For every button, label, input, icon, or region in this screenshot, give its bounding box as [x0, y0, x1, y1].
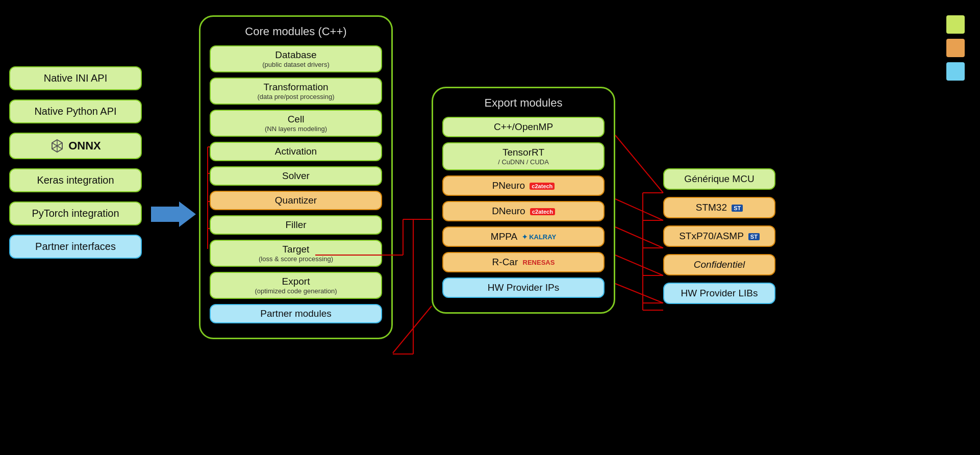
left-box-partner: Partner interfaces: [9, 235, 142, 259]
core-box-activation: Activation: [210, 142, 382, 161]
core-box-transformation: Transformation (data pre/post processing…: [210, 78, 382, 105]
diagram-container: Native INI API Native Python API ONNX Ke…: [0, 0, 980, 455]
core-box-target: Target (loss & score processing): [210, 240, 382, 267]
left-box-keras: Keras integration: [9, 168, 142, 192]
core-box-solver: Solver: [210, 166, 382, 186]
export-modules-title: Export modules: [442, 96, 605, 110]
svg-line-14: [615, 255, 663, 275]
svg-line-12: [615, 199, 663, 220]
st-badge-stm32: ST: [732, 205, 743, 212]
export-box-rcar: R-Car RENESAS: [442, 252, 605, 272]
left-box-ini-api: Native INI API: [9, 66, 142, 90]
legend-blue: [946, 62, 965, 81]
core-box-quantizer: Quantizer: [210, 191, 382, 210]
export-box-hw-provider-ips: HW Provider IPs: [442, 277, 605, 298]
core-box-database: Database (public dataset drivers): [210, 45, 382, 72]
core-box-filler: Filler: [210, 215, 382, 235]
export-modules-container: Export modules C++/OpenMP TensorRT / CuD…: [432, 87, 615, 314]
bracket-svg: [200, 142, 210, 254]
export-box-pneuro: PNeuro c2atech: [442, 175, 605, 196]
renesas-badge: RENESAS: [523, 259, 555, 266]
core-box-partner-modules: Partner modules: [210, 304, 382, 323]
export-box-tensorrt: TensorRT / CuDNN / CUDA: [442, 142, 605, 170]
svg-marker-4: [151, 201, 196, 227]
right-box-stm32: STM32 ST: [663, 197, 775, 218]
left-box-python-api: Native Python API: [9, 99, 142, 123]
core-modules-container: Core modules (C++) Database (public data…: [199, 15, 393, 339]
core-modules-title: Core modules (C++): [210, 25, 382, 38]
c2atech-badge-pneuro: c2atech: [530, 183, 555, 190]
arrow-right: [151, 199, 197, 232]
export-box-dneuro: DNeuro c2atech: [442, 201, 605, 221]
core-box-export: Export (optimized code generation): [210, 272, 382, 299]
svg-line-10: [393, 306, 432, 353]
right-box-confidentiel: Confidentiel: [663, 254, 775, 275]
c2atech-badge-dneuro: c2atech: [530, 208, 555, 215]
svg-line-15: [615, 284, 663, 303]
right-box-generique: Générique MCU: [663, 168, 775, 190]
left-box-onnx: ONNX: [9, 133, 142, 159]
left-box-pytorch: PyTorch integration: [9, 201, 142, 225]
svg-line-11: [615, 135, 663, 193]
legend-orange: [946, 39, 965, 57]
sub-group: Activation Solver Quantizer Filler: [210, 142, 382, 235]
legend-green: [946, 15, 965, 34]
legend: [946, 15, 965, 81]
right-box-stxp70: STxP70/ASMP ST: [663, 225, 775, 247]
export-box-mppa: MPPA ✦ KALRAY: [442, 226, 605, 247]
right-box-hw-provider-libs: HW Provider LIBs: [663, 283, 775, 304]
st-badge-stxp70: ST: [748, 233, 760, 240]
core-box-cell: Cell (NN layers modeling): [210, 110, 382, 137]
export-box-cpp: C++/OpenMP: [442, 117, 605, 137]
left-column: Native INI API Native Python API ONNX Ke…: [9, 66, 142, 259]
onnx-icon: [50, 139, 64, 153]
kalray-badge: ✦ KALRAY: [522, 233, 557, 241]
svg-line-13: [615, 227, 663, 248]
right-column: Générique MCU STM32 ST STxP70/ASMP ST Co…: [663, 168, 775, 304]
